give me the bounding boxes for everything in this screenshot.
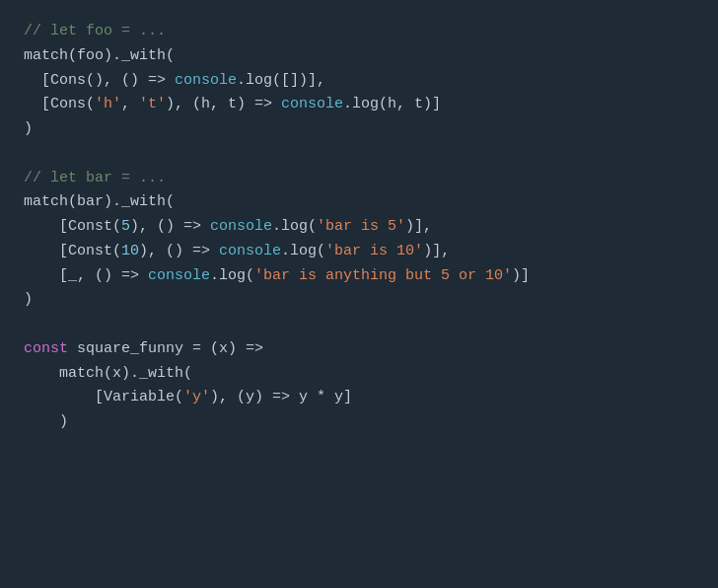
line-11: [_, () => console.log('bar is anything b… — [24, 264, 694, 289]
empty-line-1 — [24, 142, 694, 167]
comment-2: // let bar = ... — [24, 170, 166, 186]
line-7: // let bar = ... — [24, 167, 694, 191]
console-ref-4: console — [281, 96, 343, 112]
line-2: match(foo)._with( — [24, 44, 694, 69]
line-9: [Const(5), () => console.log('bar is 5')… — [24, 215, 694, 240]
line-16: [Variable('y'), (y) => y * y] — [24, 386, 694, 410]
line-8: match(bar)._with( — [24, 190, 694, 215]
line-17: ) — [24, 410, 694, 435]
console-ref-10: console — [219, 243, 281, 259]
code-2: match(foo)._with( — [24, 47, 175, 64]
console-ref-9: console — [210, 218, 272, 235]
line-3: [Cons(), () => console.log([])], — [24, 69, 694, 94]
code-container: // let foo = ... match(foo)._with( [Cons… — [0, 0, 718, 455]
comment-1: // let foo = ... — [24, 23, 166, 39]
console-ref-11: console — [148, 267, 210, 284]
line-12: ) — [24, 288, 694, 313]
line-14: const square_funny = (x) => — [24, 337, 694, 362]
empty-line-2 — [24, 313, 694, 337]
line-4: [Cons('h', 't'), (h, t) => console.log(h… — [24, 93, 694, 117]
line-10: [Const(10), () => console.log('bar is 10… — [24, 240, 694, 264]
line-15: match(x)._with( — [24, 362, 694, 387]
line-5: ) — [24, 117, 694, 142]
line-1: // let foo = ... — [24, 20, 694, 44]
console-ref-3: console — [175, 72, 237, 89]
